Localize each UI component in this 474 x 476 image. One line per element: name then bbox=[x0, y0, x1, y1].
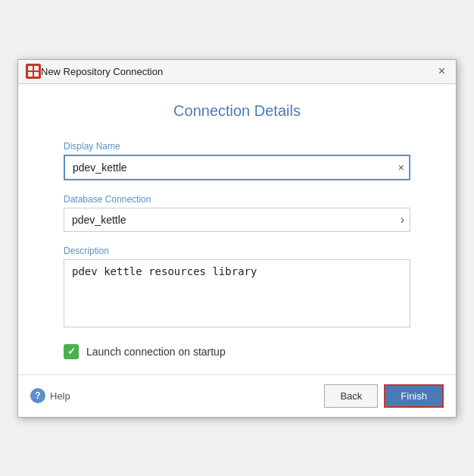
dialog-footer: ? Help Back Finish bbox=[18, 374, 456, 417]
db-connection-group: Database Connection › bbox=[64, 194, 410, 232]
back-button[interactable]: Back bbox=[324, 384, 378, 408]
db-connection-wrapper: › bbox=[64, 208, 410, 232]
display-name-label: Display Name bbox=[64, 141, 410, 152]
section-title: Connection Details bbox=[64, 102, 410, 120]
title-bar: New Repository Connection × bbox=[18, 60, 456, 84]
launch-connection-row: ✓ Launch connection on startup bbox=[64, 344, 410, 359]
description-group: Description pdev kettle resources librar… bbox=[64, 246, 410, 330]
launch-connection-label: Launch connection on startup bbox=[86, 346, 226, 358]
db-connection-label: Database Connection bbox=[64, 194, 410, 205]
help-button[interactable]: ? Help bbox=[30, 388, 70, 403]
svg-rect-4 bbox=[34, 72, 39, 77]
dialog-title: New Repository Connection bbox=[41, 66, 435, 77]
clear-display-name-button[interactable]: × bbox=[398, 162, 404, 173]
help-icon: ? bbox=[30, 388, 45, 403]
display-name-wrapper: × bbox=[64, 155, 410, 180]
display-name-input[interactable] bbox=[64, 155, 410, 180]
svg-rect-1 bbox=[28, 66, 33, 70]
launch-connection-checkbox[interactable]: ✓ bbox=[64, 344, 79, 359]
svg-rect-3 bbox=[28, 72, 33, 77]
svg-rect-2 bbox=[34, 66, 39, 70]
help-label: Help bbox=[50, 390, 70, 402]
finish-button[interactable]: Finish bbox=[384, 384, 444, 408]
display-name-group: Display Name × bbox=[64, 141, 410, 180]
app-icon bbox=[26, 64, 41, 79]
close-button[interactable]: × bbox=[435, 65, 448, 77]
description-input[interactable]: pdev kettle resources library bbox=[64, 259, 410, 327]
dialog-window: New Repository Connection × Connection D… bbox=[17, 59, 457, 418]
db-connection-input[interactable] bbox=[64, 208, 410, 232]
dialog-body: Connection Details Display Name × Databa… bbox=[18, 84, 456, 374]
checkmark-icon: ✓ bbox=[67, 346, 76, 357]
db-connection-chevron-button[interactable]: › bbox=[401, 214, 404, 226]
footer-buttons: Back Finish bbox=[324, 384, 444, 408]
description-label: Description bbox=[64, 246, 410, 256]
